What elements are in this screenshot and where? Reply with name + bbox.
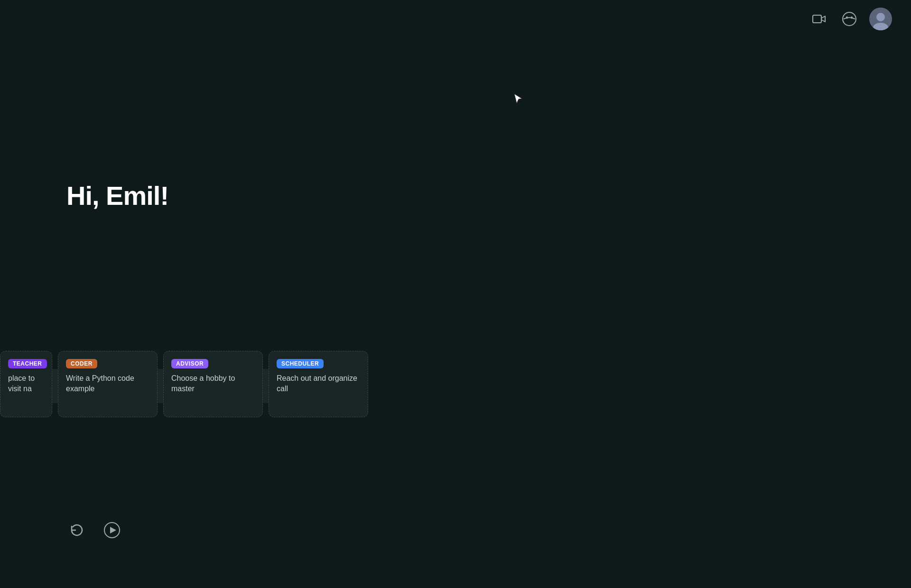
svg-point-2 bbox=[846, 17, 848, 19]
greeting-text: Hi, Emil! bbox=[66, 180, 168, 211]
top-bar bbox=[0, 0, 911, 38]
svg-marker-11 bbox=[110, 527, 116, 533]
ninja-icon[interactable] bbox=[839, 9, 860, 29]
card-scheduler-text: Reach out and organize call bbox=[277, 373, 360, 395]
card-advisor[interactable]: ADVISOR Choose a hobby to master bbox=[163, 351, 263, 417]
badge-scheduler: SCHEDULER bbox=[277, 359, 324, 368]
video-camera-icon[interactable] bbox=[809, 9, 829, 29]
play-button[interactable] bbox=[102, 520, 122, 541]
card-advisor-text: Choose a hobby to master bbox=[171, 373, 255, 395]
badge-coder: CODER bbox=[66, 359, 97, 368]
badge-advisor: ADVISOR bbox=[171, 359, 208, 368]
bottom-controls bbox=[66, 520, 122, 541]
svg-point-5 bbox=[876, 13, 885, 21]
card-scheduler[interactable]: SCHEDULER Reach out and organize call bbox=[269, 351, 368, 417]
card-teacher-text: place to visit na bbox=[8, 373, 44, 395]
card-teacher[interactable]: TEACHER place to visit na bbox=[0, 351, 52, 417]
cursor bbox=[513, 93, 523, 104]
svg-point-3 bbox=[851, 17, 853, 19]
cards-section: TEACHER place to visit na CODER Write a … bbox=[0, 351, 374, 417]
card-coder[interactable]: CODER Write a Python code example bbox=[58, 351, 158, 417]
svg-rect-0 bbox=[813, 15, 821, 23]
avatar[interactable] bbox=[869, 8, 892, 30]
badge-teacher: TEACHER bbox=[8, 359, 47, 368]
reset-button[interactable] bbox=[66, 520, 87, 541]
card-coder-text: Write a Python code example bbox=[66, 373, 149, 395]
